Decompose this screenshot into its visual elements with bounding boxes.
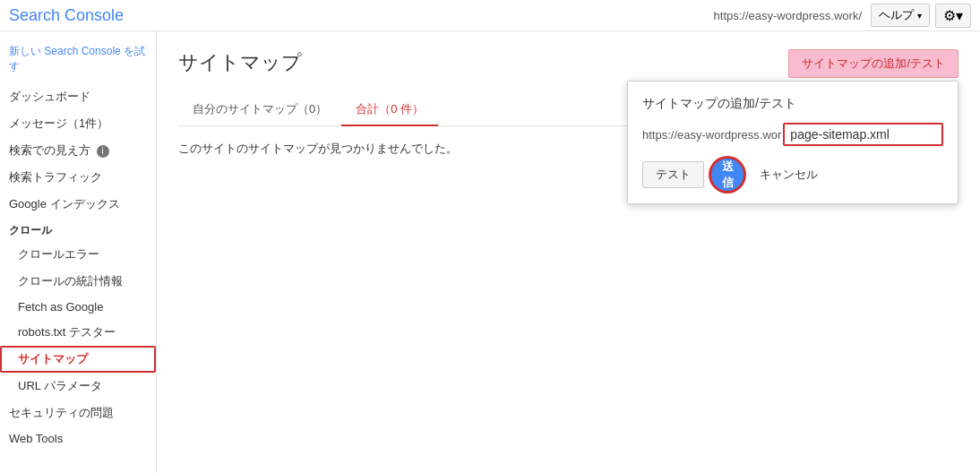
layout: 新しい Search Console を試す ダッシュボード メッセージ（1件）… — [0, 31, 980, 473]
sidebar: 新しい Search Console を試す ダッシュボード メッセージ（1件）… — [0, 31, 157, 473]
header: Search Console https://easy-wordpress.wo… — [0, 0, 980, 31]
help-label: ヘルプ — [879, 7, 914, 23]
header-url: https://easy-wordpress.work/ — [714, 9, 862, 22]
crawl-section-label: クロール — [0, 218, 156, 241]
help-button[interactable]: ヘルプ ▾ — [871, 4, 930, 27]
sidebar-item-search-appearance[interactable]: 検索での見え方 i — [0, 137, 156, 164]
sidebar-item-security-issues[interactable]: セキュリティの問題 — [0, 400, 156, 426]
send-button[interactable]: 送信 — [711, 159, 744, 191]
app-logo: Search Console — [9, 6, 155, 25]
sidebar-item-sitemap[interactable]: サイトマップ — [0, 346, 156, 373]
cancel-button[interactable]: キャンセル — [751, 162, 827, 187]
add-sitemap-button[interactable]: サイトマップの追加/テスト — [788, 49, 959, 78]
sidebar-item-crawl-errors[interactable]: クロールエラー — [0, 241, 156, 268]
sidebar-item-google-index[interactable]: Google インデックス — [0, 191, 156, 218]
sidebar-item-messages[interactable]: メッセージ（1件） — [0, 110, 156, 137]
sidebar-item-dashboard[interactable]: ダッシュボード — [0, 83, 156, 110]
modal-url-row: https://easy-wordpress.wor page-sitemap.… — [642, 123, 943, 146]
tab-total[interactable]: 合計（0 件） — [341, 94, 438, 126]
add-sitemap-modal: サイトマップの追加/テスト https://easy-wordpress.wor… — [627, 81, 959, 204]
info-icon: i — [97, 145, 109, 158]
new-console-anchor[interactable]: 新しい Search Console を試す — [9, 45, 145, 73]
sidebar-item-url-params[interactable]: URL パラメータ — [0, 373, 156, 400]
modal-url-prefix: https://easy-wordpress.wor — [642, 128, 781, 142]
gear-icon: ⚙ — [943, 7, 956, 24]
chevron-down-icon: ▾ — [956, 7, 963, 24]
sidebar-item-crawl-stats[interactable]: クロールの統計情報 — [0, 268, 156, 295]
chevron-down-icon: ▾ — [917, 11, 922, 21]
modal-buttons: テスト 送信 キャンセル — [642, 159, 943, 191]
search-appearance-label: 検索での見え方 — [9, 143, 90, 157]
modal-sitemap-input[interactable]: page-sitemap.xml — [783, 123, 943, 146]
tab-my-sitemaps[interactable]: 自分のサイトマップ（0） — [178, 94, 341, 126]
test-button[interactable]: テスト — [642, 161, 704, 188]
modal-title: サイトマップの追加/テスト — [642, 96, 943, 112]
sidebar-item-fetch-as-google[interactable]: Fetch as Google — [0, 295, 156, 319]
settings-button[interactable]: ⚙ ▾ — [935, 4, 971, 28]
main-content: サイトマップ サイトマップの追加/テスト 自分のサイトマップ（0） 合計（0 件… — [157, 31, 980, 473]
sidebar-item-search-traffic[interactable]: 検索トラフィック — [0, 164, 156, 191]
sidebar-item-web-tools[interactable]: Web Tools — [0, 426, 156, 451]
new-console-link[interactable]: 新しい Search Console を試す — [0, 39, 156, 80]
sidebar-item-robots-tester[interactable]: robots.txt テスター — [0, 319, 156, 346]
